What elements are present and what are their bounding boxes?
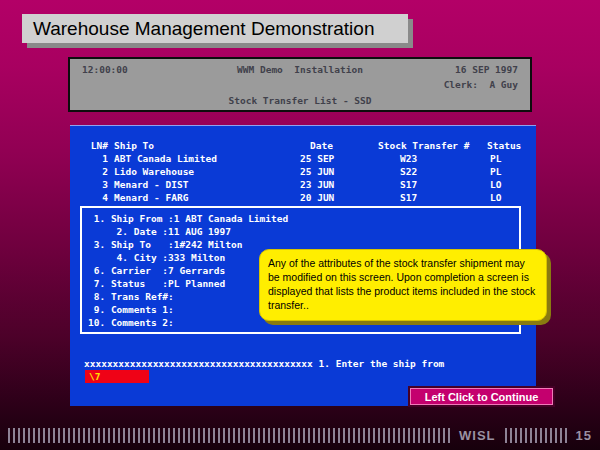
terminal-header-panel: 12:00:00 WWM Demo Installation 16 SEP 19… bbox=[68, 57, 532, 112]
footer-strip: WISL 15 bbox=[8, 427, 592, 443]
screen-title-text: Stock Transfer List - SSD bbox=[70, 95, 530, 106]
form-field-line[interactable]: 2. Date :11 AUG 1997 bbox=[88, 225, 519, 238]
cell-date: 20 JUN bbox=[298, 191, 368, 204]
cell-ln: 2 bbox=[80, 165, 108, 178]
column-header-status: Status bbox=[480, 139, 530, 152]
cell-ship-to: Lido Warehouse bbox=[108, 165, 298, 178]
stock-transfer-row[interactable]: 4 Menard - FARG 20 JUN S17 LO bbox=[80, 191, 530, 204]
cell-ln: 4 bbox=[80, 191, 108, 204]
column-header-stock-transfer: Stock Transfer # bbox=[368, 139, 480, 152]
stock-transfer-row[interactable]: 2 Lido Warehouse 25 JUN S22 PL bbox=[80, 165, 530, 178]
continue-button-label: Left Click to Continue bbox=[425, 391, 539, 403]
footer-brand: WISL bbox=[459, 428, 496, 443]
column-header-ship-to: Ship To bbox=[108, 139, 298, 152]
cell-date: 25 JUN bbox=[298, 165, 368, 178]
cell-stock-transfer: S22 bbox=[368, 165, 480, 178]
callout-note: Any of the attributes of the stock trans… bbox=[259, 249, 547, 321]
stock-transfer-row[interactable]: 3 Menard - DIST 23 JUN S17 LO bbox=[80, 178, 530, 191]
cell-date: 25 SEP bbox=[298, 152, 368, 165]
footer-bars-decoration bbox=[8, 428, 450, 443]
cell-stock-transfer: S17 bbox=[368, 191, 480, 204]
stock-transfer-row[interactable]: 1 ABT Canada Limited 25 SEP W23 PL bbox=[80, 152, 530, 165]
form-field-line[interactable]: 1. Ship From :1 ABT Canada Limited bbox=[88, 212, 519, 225]
stock-transfer-list: LN# Ship To Date Stock Transfer # Status… bbox=[80, 139, 530, 204]
cell-ship-to: ABT Canada Limited bbox=[108, 152, 298, 165]
list-rows: 1 ABT Canada Limited 25 SEP W23 PL 2 Lid… bbox=[80, 152, 530, 204]
cell-status: PL bbox=[480, 152, 530, 165]
column-header-date: Date bbox=[298, 139, 368, 152]
slide-title: Warehouse Management Demonstration bbox=[33, 18, 374, 40]
cell-stock-transfer: W23 bbox=[368, 152, 480, 165]
continue-button[interactable]: Left Click to Continue bbox=[408, 386, 555, 407]
slide-title-box: Warehouse Management Demonstration bbox=[22, 14, 408, 43]
cell-status: LO bbox=[480, 178, 530, 191]
command-prompt-text: xxxxxxxxxxxxxxxxxxxxxxxxxxxxxxxxxxxxxxxx… bbox=[84, 358, 444, 369]
cell-stock-transfer: S17 bbox=[368, 178, 480, 191]
clerk-text: Clerk: A Guy bbox=[444, 79, 518, 90]
footer-bars-decoration bbox=[505, 428, 567, 443]
cell-status: PL bbox=[480, 165, 530, 178]
cell-ln: 1 bbox=[80, 152, 108, 165]
slide-background: Warehouse Management Demonstration 12:00… bbox=[0, 0, 600, 450]
list-header-row: LN# Ship To Date Stock Transfer # Status bbox=[80, 139, 530, 152]
command-input-field[interactable]: \7 bbox=[85, 370, 149, 383]
cell-status: LO bbox=[480, 191, 530, 204]
date-text: 16 SEP 1997 bbox=[455, 64, 518, 75]
footer-page-number: 15 bbox=[576, 428, 592, 443]
column-header-ln: LN# bbox=[80, 139, 108, 152]
cell-ship-to: Menard - DIST bbox=[108, 178, 298, 191]
cell-date: 23 JUN bbox=[298, 178, 368, 191]
cell-ship-to: Menard - FARG bbox=[108, 191, 298, 204]
cell-ln: 3 bbox=[80, 178, 108, 191]
